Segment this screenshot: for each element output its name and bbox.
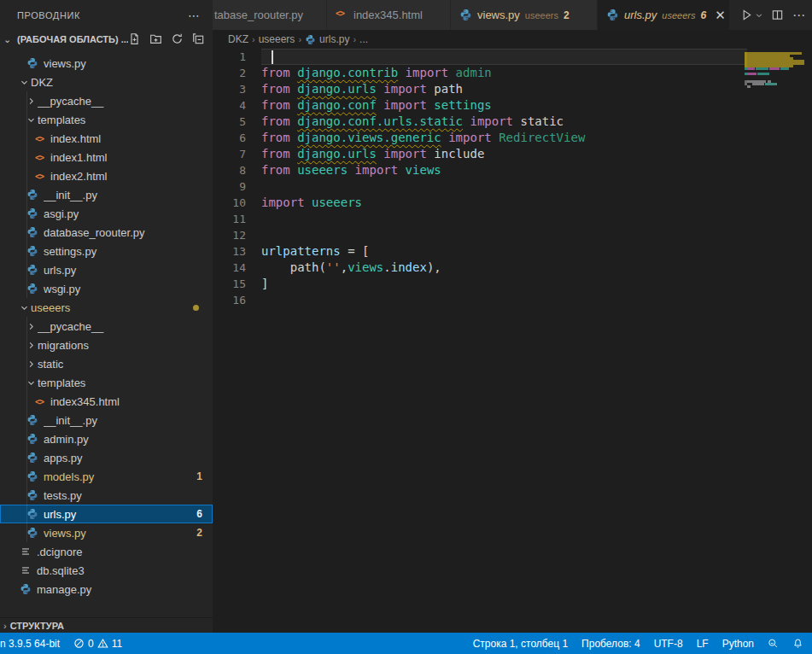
refresh-icon[interactable] [171, 32, 184, 46]
breadcrumb-item-urls.py[interactable]: urls.py [305, 33, 349, 45]
breadcrumb: DKZ›useeers›urls.py›... [213, 30, 812, 49]
tab-index345.html[interactable]: <>index345.html [327, 0, 451, 30]
problems-badge: 1 [196, 470, 202, 482]
tree-folder-templates[interactable]: templates [0, 373, 213, 392]
tree-folder-__pycache__[interactable]: __pycache__ [0, 317, 213, 336]
code-line-13: 13urlpatterns = [ [213, 243, 812, 260]
close-icon[interactable]: ✕ [715, 9, 726, 21]
code-editor[interactable]: 12from django.contrib import admin3from … [213, 49, 812, 633]
file-tree: views.pyDKZ__pycache__templates<>index.h… [0, 49, 213, 617]
tree-folder-migrations[interactable]: migrations [0, 336, 213, 354]
breadcrumb-item-DKZ[interactable]: DKZ [228, 33, 248, 45]
outline-section-header[interactable]: › СТРУКТУРА [0, 617, 213, 633]
tree-file-index2.html[interactable]: <>index2.html [0, 166, 213, 185]
eol-indicator[interactable]: LF [697, 638, 709, 650]
tree-item-label: __init__.py [44, 189, 213, 201]
tree-file-__init__.py[interactable]: __init__.py [0, 411, 213, 429]
split-editor-button[interactable] [768, 5, 786, 26]
tree-file-admin.py[interactable]: admin.py [0, 429, 213, 448]
tree-item-label: urls.py [44, 508, 196, 521]
tree-item-label: index345.html [50, 395, 213, 408]
minimap-line-mark [756, 67, 768, 70]
indent-guide [26, 148, 27, 166]
tab-views.py[interactable]: views.pyuseeers2 [451, 0, 598, 30]
tree-file-views.py[interactable]: views.py [0, 54, 213, 73]
tree-file-manage.py[interactable]: manage.py [0, 580, 213, 599]
breadcrumb-separator: › [252, 34, 255, 44]
tree-file-asgi.py[interactable]: asgi.py [0, 204, 213, 223]
tree-file-urls.py[interactable]: urls.py6 [0, 505, 213, 523]
problems-indicator[interactable]: 0 11 [73, 638, 122, 650]
tab-tabase_roouter.py[interactable]: tabase_roouter.py [213, 0, 327, 30]
tab-label: index345.html [353, 9, 423, 21]
indent-guide [26, 166, 27, 185]
tree-file-views.py[interactable]: views.py2 [0, 523, 213, 542]
tree-folder-__pycache__[interactable]: __pycache__ [0, 91, 213, 110]
indent-guide [26, 279, 27, 298]
python-file-icon [26, 57, 39, 69]
bell-icon[interactable] [792, 638, 803, 649]
tree-file-apps.py[interactable]: apps.py [0, 448, 213, 467]
tree-file-settings.py[interactable]: settings.py [0, 242, 213, 260]
editor-group: DKZ›useeers›urls.py›... 12from django.co… [213, 30, 812, 633]
indent-guide [26, 373, 27, 392]
code-line-8: 8from useeers import views [213, 162, 812, 178]
tree-file-.dcignore[interactable]: .dcignore [0, 542, 213, 561]
line-content: from django.urls import include [261, 146, 484, 162]
python-file-icon [305, 34, 316, 45]
tree-file-tests.py[interactable]: tests.py [0, 486, 213, 505]
tree-file-db.sqlite3[interactable]: db.sqlite3 [0, 561, 213, 580]
run-button[interactable] [737, 5, 756, 26]
indentation-indicator[interactable]: Пробелов: 4 [581, 638, 640, 650]
workspace-section-header[interactable]: ⌄ (РАБОЧАЯ ОБЛАСТЬ) ... [0, 30, 213, 49]
status-bar-left: n 3.9.5 64-bit 0 11 [0, 638, 122, 650]
run-dropdown[interactable] [754, 5, 764, 26]
tree-item-label: index2.html [50, 170, 213, 183]
tree-file-urls.py[interactable]: urls.py [0, 260, 213, 279]
tree-folder-useeers[interactable]: useeers [0, 298, 213, 317]
tree-file-index1.html[interactable]: <>index1.html [0, 148, 213, 166]
tree-folder-DKZ[interactable]: DKZ [0, 73, 213, 91]
breadcrumb-item-useeers[interactable]: useeers [259, 33, 295, 45]
tree-file-models.py[interactable]: models.py1 [0, 467, 213, 486]
tree-folder-static[interactable]: static [0, 354, 213, 373]
python-file-icon [26, 452, 39, 464]
cursor-position-indicator[interactable]: Строка 1, столбец 1 [473, 638, 568, 650]
code-line-9: 9 [213, 178, 812, 195]
tree-item-label: admin.py [44, 433, 213, 446]
tree-file-database_roouter.py[interactable]: database_roouter.py [0, 223, 213, 242]
tab-description: useeers [525, 10, 558, 20]
indent-guide [26, 110, 27, 129]
tree-folder-templates[interactable]: templates [0, 110, 213, 129]
minimap-line-mark [747, 73, 757, 75]
editor-actions: ⋯ [730, 0, 812, 30]
minimap[interactable] [747, 49, 809, 633]
tab-urls.py[interactable]: urls.pyuseeers6✕ [598, 0, 730, 30]
breadcrumb-item-...[interactable]: ... [359, 33, 368, 45]
explorer-sidebar: ⌄ (РАБОЧАЯ ОБЛАСТЬ) ... views.pyDKZ__pyc… [0, 30, 213, 633]
tree-file-index345.html[interactable]: <>index345.html [0, 392, 213, 411]
tree-item-label: index1.html [50, 151, 213, 164]
tree-file-index.html[interactable]: <>index.html [0, 129, 213, 148]
python-file-icon [26, 433, 39, 445]
line-number: 15 [213, 276, 261, 292]
python-file-icon [606, 9, 619, 21]
feedback-icon[interactable] [768, 638, 779, 649]
collapse-all-icon[interactable] [192, 32, 206, 46]
indent-guide [26, 505, 27, 523]
text-cursor [272, 50, 273, 64]
minimap-line-mark [780, 67, 789, 70]
indent-guide [26, 354, 27, 373]
tree-file-wsgi.py[interactable]: wsgi.py [0, 279, 213, 298]
new-folder-icon[interactable] [149, 32, 163, 46]
tree-item-label: asgi.py [44, 207, 213, 220]
language-indicator[interactable]: Python [722, 638, 754, 650]
new-file-icon[interactable] [128, 32, 142, 46]
more-actions-button[interactable]: ⋯ [790, 5, 809, 26]
encoding-indicator[interactable]: UTF-8 [654, 638, 683, 650]
python-version-indicator[interactable]: n 3.9.5 64-bit [0, 638, 60, 650]
explorer-more-actions-icon[interactable]: ⋯ [188, 9, 201, 22]
line-content: ] [261, 276, 268, 292]
line-number: 5 [213, 114, 261, 130]
tree-file-__init__.py[interactable]: __init__.py [0, 185, 213, 204]
